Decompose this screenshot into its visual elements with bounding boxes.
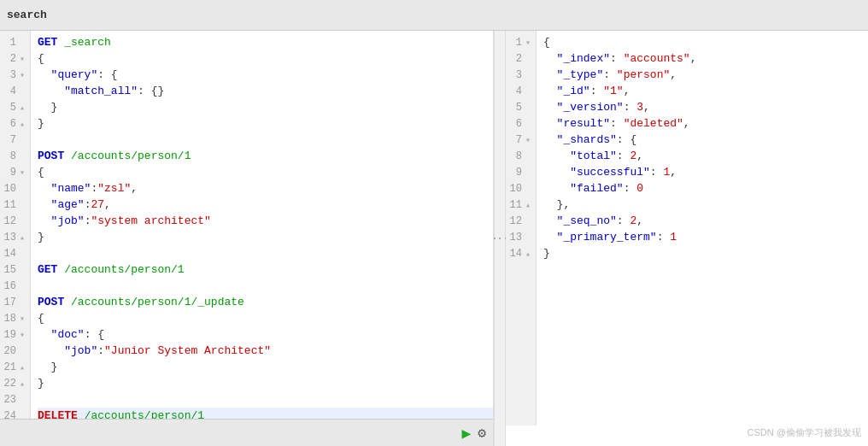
left-line-numbers: 12▾3▾45▴6▴789▾10111213▴1415161718▾19▾202… <box>0 31 31 419</box>
main-area: 12▾3▾45▴6▴789▾10111213▴1415161718▾19▾202… <box>0 31 868 446</box>
code-line: "failed": 0 <box>543 180 868 197</box>
code-line: } <box>38 115 493 132</box>
code-line <box>38 132 493 148</box>
code-line: "_version": 3, <box>543 99 868 115</box>
code-line: { <box>38 164 493 180</box>
line-number: 10 <box>506 180 536 197</box>
line-number: 21▴ <box>0 359 30 375</box>
code-line: "total": 2, <box>543 148 868 164</box>
code-line: { <box>38 310 493 326</box>
bottom-toolbar: ▶ ⚙ <box>0 419 493 446</box>
line-number: 14 <box>0 245 30 261</box>
code-line: "_primary_term": 1 <box>543 229 868 245</box>
code-line <box>38 245 493 261</box>
code-line: { <box>38 50 493 67</box>
left-panel: 12▾3▾45▴6▴789▾10111213▴1415161718▾19▾202… <box>0 31 494 446</box>
line-number: 24 <box>0 408 30 419</box>
code-line: { <box>543 34 868 50</box>
code-line: }, <box>543 197 868 213</box>
code-line: "_type": "person", <box>543 67 868 83</box>
line-number: 11 <box>0 197 30 213</box>
line-number: 10 <box>0 180 30 197</box>
line-number: 2▾ <box>0 50 30 67</box>
line-number: 5▴ <box>0 99 30 115</box>
line-number: 9 <box>506 164 536 180</box>
code-line: "_shards": { <box>543 132 868 148</box>
code-line <box>38 391 493 408</box>
left-code-area: 12▾3▾45▴6▴789▾10111213▴1415161718▾19▾202… <box>0 31 493 419</box>
code-line: } <box>543 245 868 261</box>
line-number: 8 <box>506 148 536 164</box>
code-line: } <box>38 229 493 245</box>
code-line: "_id": "1", <box>543 83 868 99</box>
line-number: 15 <box>0 261 30 278</box>
code-line: "successful": 1, <box>543 164 868 180</box>
code-line: } <box>38 359 493 375</box>
run-button[interactable]: ▶ <box>462 424 472 443</box>
line-number: 6▴ <box>0 115 30 132</box>
code-line: POST /accounts/person/1 <box>38 148 493 164</box>
search-label: search <box>7 9 47 21</box>
code-line: "_index": "accounts", <box>543 50 868 67</box>
line-number: 20 <box>0 343 30 359</box>
line-number: 14▴ <box>506 245 536 261</box>
code-line: "name":"zsl", <box>38 180 493 197</box>
line-number: 9▾ <box>0 164 30 180</box>
settings-button[interactable]: ⚙ <box>478 425 486 442</box>
line-number: 5 <box>506 99 536 115</box>
line-number: 1▾ <box>506 34 536 50</box>
code-line: POST /accounts/person/1/_update <box>38 294 493 310</box>
code-line: "age":27, <box>38 197 493 213</box>
line-number: 13 <box>506 229 536 245</box>
right-line-numbers: 1▾234567▾891011▴121314▴ <box>506 31 537 425</box>
line-number: 7▾ <box>506 132 536 148</box>
code-line: "job":"Junior System Architect" <box>38 343 493 359</box>
left-code-lines: GET _search{ "query": { "match_all": {} … <box>31 31 493 419</box>
line-number: 18▾ <box>0 310 30 326</box>
line-number: 12 <box>506 213 536 229</box>
line-number: 3▾ <box>0 67 30 83</box>
code-line: "query": { <box>38 67 493 83</box>
watermark: CSDN @偷偷学习被我发现 <box>748 426 861 439</box>
line-number: 13▴ <box>0 229 30 245</box>
line-number: 8 <box>0 148 30 164</box>
line-number: 17 <box>0 294 30 310</box>
right-code-lines: { "_index": "accounts", "_type": "person… <box>537 31 868 425</box>
top-bar: search <box>0 0 868 31</box>
line-number: 11▴ <box>506 197 536 213</box>
panel-divider[interactable]: ⋮ <box>494 31 506 446</box>
line-number: 2 <box>506 50 536 67</box>
code-line: GET /accounts/person/1 <box>38 261 493 278</box>
right-panel: 1▾234567▾891011▴121314▴ { "_index": "acc… <box>506 31 868 446</box>
line-number: 1 <box>0 34 30 50</box>
line-number: 22▴ <box>0 375 30 391</box>
code-line: DELETE /accounts/person/1 <box>38 408 493 419</box>
code-line: "match_all": {} <box>38 83 493 99</box>
code-line: "result": "deleted", <box>543 115 868 132</box>
line-number: 23 <box>0 391 30 408</box>
code-line: "job":"system architect" <box>38 213 493 229</box>
line-number: 3 <box>506 67 536 83</box>
code-line <box>38 278 493 294</box>
line-number: 16 <box>0 278 30 294</box>
line-number: 4 <box>0 83 30 99</box>
code-line: } <box>38 375 493 391</box>
code-line: "doc": { <box>38 326 493 343</box>
code-line: } <box>38 99 493 115</box>
right-code-area: 1▾234567▾891011▴121314▴ { "_index": "acc… <box>506 31 868 425</box>
line-number: 7 <box>0 132 30 148</box>
line-number: 4 <box>506 83 536 99</box>
line-number: 19▾ <box>0 326 30 343</box>
code-line: GET _search <box>38 34 493 50</box>
line-number: 6 <box>506 115 536 132</box>
line-number: 12 <box>0 213 30 229</box>
code-line: "_seq_no": 2, <box>543 213 868 229</box>
